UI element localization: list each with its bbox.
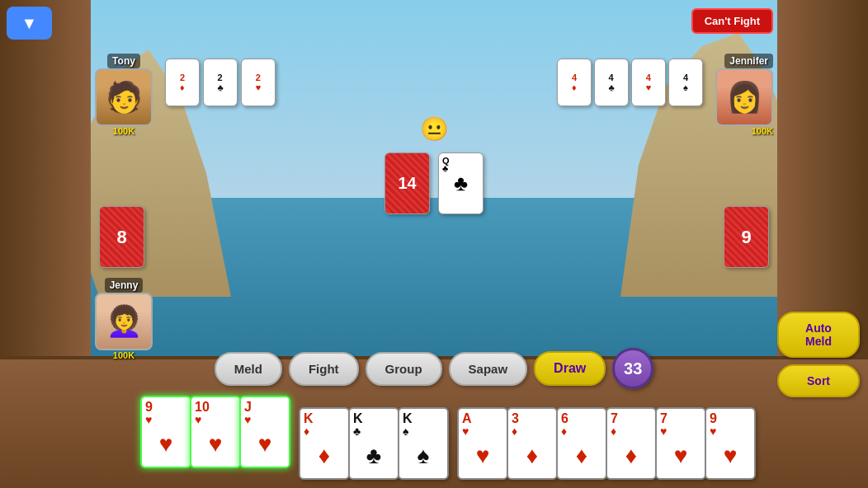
center-area: 😐 14 Q ♣ ♣ xyxy=(384,115,484,214)
jennifer-card-2: 4♣ xyxy=(594,59,629,106)
hand-card-3[interactable]: K ♦ ♦ xyxy=(299,407,350,480)
right-side-card[interactable]: 9 xyxy=(724,206,769,268)
player-hand: 9 ♥ ♥ 10 ♥ ♥ J ♥ ♥ K ♦ ♦ K ♣ ♣ K ♠ ♠ A ♥… xyxy=(140,407,769,480)
hand-card-11[interactable]: 9 ♥ ♥ xyxy=(705,407,756,480)
action-bar: Meld Fight Group Sapaw Draw 33 xyxy=(165,348,703,389)
jennifer-card-3: 4♥ xyxy=(631,59,666,106)
hand-card-2[interactable]: J ♥ ♥ xyxy=(239,396,290,468)
discard-card[interactable]: Q ♣ ♣ xyxy=(438,152,484,214)
left-side-card[interactable]: 8 xyxy=(99,206,144,268)
tony-cards: 2♦ 2♣ 2♥ xyxy=(165,59,276,106)
player-jennifer: Jennifer 👩 100K 4♦ 4♣ 4♥ 4♠ xyxy=(715,54,773,136)
group-button[interactable]: Group xyxy=(366,352,442,386)
hand-card-5[interactable]: K ♠ ♠ xyxy=(398,407,449,480)
deck-count: 14 xyxy=(398,174,416,193)
jenny-face: 👩‍🦱 xyxy=(97,294,151,349)
tony-name: Tony xyxy=(107,54,140,68)
right-action-buttons: Auto Meld Sort xyxy=(777,312,860,397)
hand-card-10[interactable]: 7 ♥ ♥ xyxy=(655,407,706,480)
hand-card-4[interactable]: K ♣ ♣ xyxy=(348,407,399,480)
sort-button[interactable]: Sort xyxy=(777,364,860,397)
hand-card-0[interactable]: 9 ♥ ♥ xyxy=(140,396,191,468)
tony-card-3: 2♥ xyxy=(241,59,276,106)
jennifer-cards: 4♦ 4♣ 4♥ 4♠ xyxy=(557,59,703,106)
cant-fight-button[interactable]: Can't Fight xyxy=(691,8,773,34)
tony-card-1: 2♦ xyxy=(165,59,200,106)
jenny-avatar: 👩‍🦱 xyxy=(95,293,153,350)
player-jenny: Jenny 👩‍🦱 100K xyxy=(95,278,153,360)
jennifer-name: Jennifer xyxy=(724,54,773,68)
draw-pile-count: 33 xyxy=(612,348,653,389)
hand-card-9[interactable]: 7 ♦ ♦ xyxy=(606,407,657,480)
draw-button[interactable]: Draw xyxy=(534,351,606,386)
meld-button[interactable]: Meld xyxy=(215,352,282,386)
jennifer-card-1: 4♦ xyxy=(557,59,592,106)
jennifer-card-4: 4♠ xyxy=(668,59,703,106)
jennifer-avatar: 👩 xyxy=(715,68,773,126)
hand-card-7[interactable]: 3 ♦ ♦ xyxy=(507,407,558,480)
sapaw-button[interactable]: Sapaw xyxy=(449,352,528,386)
hand-card-8[interactable]: 6 ♦ ♦ xyxy=(556,407,607,480)
auto-meld-button[interactable]: Auto Meld xyxy=(777,312,860,358)
tony-card-2: 2♣ xyxy=(203,59,238,106)
player-tony: Tony 🧑 100K 2♦ 2♣ 2♥ xyxy=(95,54,153,136)
tony-coins: 100K xyxy=(113,126,134,136)
fight-button[interactable]: Fight xyxy=(289,352,359,386)
thinking-emoji: 😐 xyxy=(420,115,449,143)
hand-card-1[interactable]: 10 ♥ ♥ xyxy=(190,396,241,468)
left-card-count: 8 xyxy=(116,227,126,248)
hand-card-6[interactable]: A ♥ ♥ xyxy=(457,407,508,480)
jennifer-coins: 100K xyxy=(752,126,773,136)
tony-face: 🧑 xyxy=(97,70,151,124)
tony-avatar: 🧑 xyxy=(95,68,153,126)
jenny-name: Jenny xyxy=(105,278,144,293)
jenny-coins: 100K xyxy=(113,350,134,360)
deck-card[interactable]: 14 xyxy=(384,152,430,214)
right-card-count: 9 xyxy=(741,227,751,248)
jennifer-face: 👩 xyxy=(717,70,771,124)
dropdown-button[interactable] xyxy=(7,7,52,40)
